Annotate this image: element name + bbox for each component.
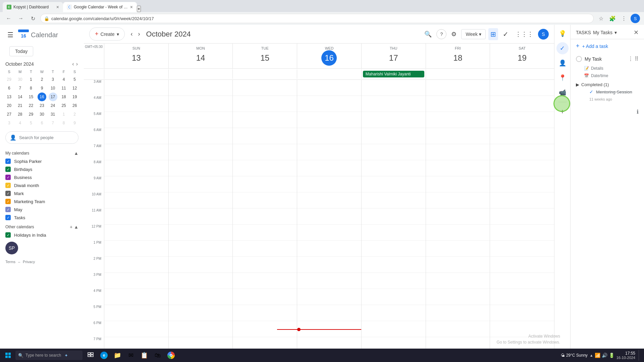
my-calendars-collapse-icon[interactable]: ▲: [74, 150, 78, 156]
mini-day-29p[interactable]: 29: [5, 75, 13, 84]
task-datetime-link[interactable]: 📅 Date/time: [571, 72, 644, 79]
calendar-item-diwali[interactable]: ✓ Diwali month: [0, 181, 84, 189]
bookmark-star-icon[interactable]: ☆: [596, 14, 606, 23]
add-side-icon[interactable]: +: [556, 106, 569, 118]
mini-day-23[interactable]: 23: [38, 101, 46, 110]
holiday-cell-thu[interactable]: Maharishi Valmiki Jayanti: [361, 69, 426, 79]
my-tasks-label[interactable]: My Tasks: [593, 30, 612, 35]
mini-day-18[interactable]: 18: [59, 93, 68, 101]
tab-gcal[interactable]: C Google Calendar - Week of 13... ×: [63, 2, 137, 12]
settings-icon[interactable]: ⚙: [449, 28, 459, 40]
tasks-checkbox[interactable]: ✓: [5, 215, 11, 220]
mini-day-27[interactable]: 27: [5, 110, 13, 119]
day-header-sat[interactable]: SAT 19: [490, 44, 554, 68]
mini-cal-next-button[interactable]: ›: [75, 60, 78, 68]
back-button[interactable]: ←: [4, 14, 13, 23]
mini-day-22[interactable]: 22: [26, 101, 35, 110]
mini-day-14[interactable]: 14: [16, 93, 24, 101]
user-avatar-header[interactable]: S: [538, 29, 549, 40]
mini-cal-prev-button[interactable]: ‹: [71, 60, 74, 68]
new-tab-button[interactable]: +: [137, 6, 141, 12]
tray-up-arrow-icon[interactable]: ▲: [590, 353, 593, 357]
day-num-19[interactable]: 19: [515, 50, 530, 66]
reload-button[interactable]: ↻: [28, 14, 38, 23]
calendar-item-birthdays[interactable]: ✓ Birthdays: [0, 165, 84, 173]
mini-day-1[interactable]: 1: [26, 75, 35, 84]
tab-close-gcal[interactable]: ×: [130, 4, 133, 10]
other-calendars-collapse-icon[interactable]: ▲: [74, 224, 78, 230]
mini-day-4[interactable]: 4: [59, 75, 68, 84]
maharishi-event[interactable]: Maharishi Valmiki Jayanti: [363, 71, 424, 77]
calendar-item-holidays[interactable]: ✓ Holidays in India: [0, 231, 84, 239]
calendar-item-sophia[interactable]: ✓ Sophia Parker: [0, 157, 84, 165]
calendar-item-mark[interactable]: ✓ Mark: [0, 189, 84, 197]
mini-day-8n[interactable]: 8: [59, 119, 68, 127]
address-bar[interactable]: 🔒 calendar.google.com/calendar/u/0/r/wee…: [40, 14, 594, 23]
week-scroll-area[interactable]: 3 AM 4 AM 5 AM 6 AM 7 AM 8 AM 9 AM 10 AM…: [84, 80, 554, 362]
mini-day-4n[interactable]: 4: [16, 119, 24, 127]
day-num-13[interactable]: 13: [128, 50, 144, 66]
forward-button[interactable]: →: [16, 14, 25, 23]
mini-day-3n[interactable]: 3: [5, 119, 13, 127]
chrome-taskbar-icon[interactable]: [165, 349, 177, 361]
feedback-taskbar-icon[interactable]: 📋: [138, 349, 150, 361]
sophia-checkbox[interactable]: ✓: [5, 159, 11, 164]
mini-day-2[interactable]: 2: [38, 75, 46, 84]
task-view-button[interactable]: [85, 349, 97, 361]
day-col-fri[interactable]: [426, 80, 490, 362]
mini-day-10[interactable]: 10: [49, 84, 57, 93]
day-num-17[interactable]: 17: [386, 50, 401, 66]
taskbar-search[interactable]: 🔍 Type here to search ✦: [15, 351, 83, 360]
mini-day-1n[interactable]: 1: [59, 110, 68, 119]
terms-link[interactable]: Terms: [5, 260, 15, 264]
ms-store-taskbar-icon[interactable]: 🛍: [152, 349, 164, 361]
clock-area[interactable]: 17:55 16-10-2024: [616, 351, 635, 360]
mini-day-12[interactable]: 12: [70, 84, 79, 93]
search-icon[interactable]: 🔍: [422, 28, 434, 40]
task-details-link[interactable]: 📝 Details: [571, 65, 644, 72]
add-other-calendar-icon[interactable]: +: [70, 224, 72, 230]
task-radio[interactable]: [576, 56, 582, 62]
taskbar-weather[interactable]: 🌤 29°C Sunny: [561, 353, 588, 358]
task-more-button[interactable]: ⋮: [628, 56, 633, 62]
create-button[interactable]: + Create ▾: [89, 27, 125, 41]
mini-day-9n[interactable]: 9: [70, 119, 79, 127]
marketing-checkbox[interactable]: ✓: [5, 199, 11, 204]
browser-menu-icon[interactable]: ⋮: [619, 14, 629, 23]
volume-icon[interactable]: 🔊: [602, 353, 607, 358]
apps-grid-icon[interactable]: ⋮⋮⋮: [513, 28, 535, 40]
mini-day-29[interactable]: 29: [26, 110, 35, 119]
day-header-tue[interactable]: TUE 15: [232, 44, 297, 68]
day-num-15[interactable]: 15: [257, 50, 273, 66]
day-col-sun[interactable]: [104, 80, 168, 362]
task-drag-button[interactable]: ⠿: [635, 56, 639, 62]
day-header-wed[interactable]: WED 16: [297, 44, 361, 68]
tasks-info-icon[interactable]: ℹ: [637, 109, 639, 115]
grid-view-icon[interactable]: ⊞: [488, 28, 498, 40]
hamburger-menu-icon[interactable]: ☰: [5, 29, 15, 41]
calendar-item-tasks[interactable]: ✓ Tasks: [0, 214, 84, 222]
mini-day-25[interactable]: 25: [59, 101, 68, 110]
mail-taskbar-icon[interactable]: ✉: [125, 349, 137, 361]
day-header-fri[interactable]: FRI 18: [426, 44, 490, 68]
meet-icon[interactable]: 📹: [556, 86, 569, 99]
mini-day-24[interactable]: 24: [49, 101, 57, 110]
day-col-wed[interactable]: [297, 80, 361, 362]
mini-day-7n[interactable]: 7: [49, 119, 57, 127]
day-col-tue[interactable]: [232, 80, 297, 362]
birthdays-checkbox[interactable]: ✓: [5, 167, 11, 172]
tasks-dropdown-icon[interactable]: ▾: [614, 30, 617, 35]
today-button[interactable]: Today: [9, 46, 33, 56]
day-col-sat[interactable]: [490, 80, 554, 362]
day-col-thu[interactable]: [361, 80, 426, 362]
privacy-link[interactable]: Privacy: [23, 260, 35, 264]
help-icon[interactable]: ?: [436, 29, 446, 39]
mini-day-15[interactable]: 15: [26, 93, 35, 101]
business-checkbox[interactable]: ✓: [5, 175, 11, 180]
cal-prev-button[interactable]: ‹: [129, 28, 135, 40]
network-icon[interactable]: 📶: [595, 353, 600, 358]
mini-day-8[interactable]: 8: [26, 84, 35, 93]
mini-day-7[interactable]: 7: [16, 84, 24, 93]
user-profile-icon[interactable]: S: [631, 14, 640, 23]
day-col-mon[interactable]: [168, 80, 233, 362]
